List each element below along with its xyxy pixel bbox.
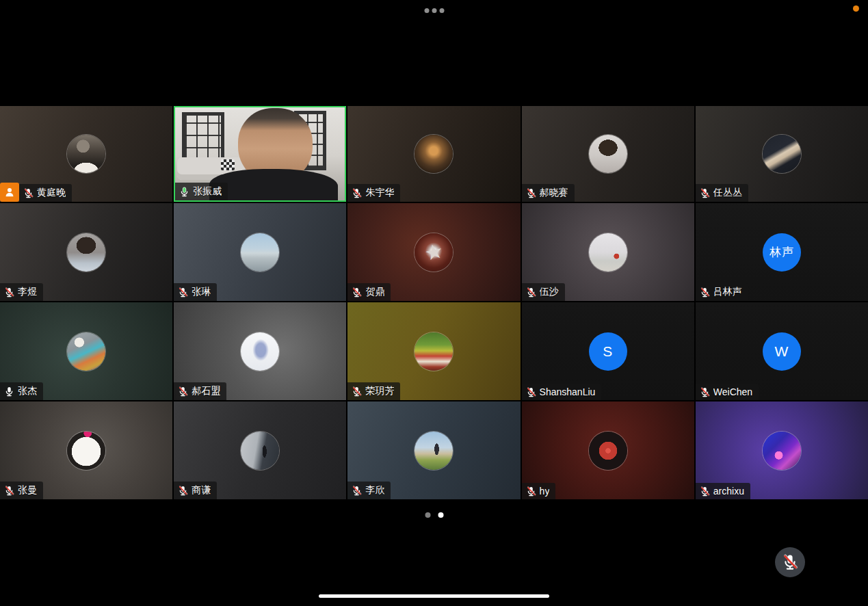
mic-muted-icon [178, 287, 188, 298]
avatar: S [589, 332, 627, 371]
participant-name: 贺鼎 [365, 286, 384, 298]
participant-tile[interactable]: 张曼 [0, 401, 172, 499]
mic-muted-icon [700, 287, 710, 298]
avatar [415, 332, 453, 371]
avatar [67, 332, 105, 371]
mic-muted-icon [782, 554, 798, 570]
avatar [415, 432, 453, 470]
participant-tile[interactable]: 李煜 [0, 203, 172, 301]
participant-name: 张杰 [18, 385, 37, 397]
participant-name: 荣玥芳 [365, 385, 394, 397]
avatar [67, 135, 105, 173]
avatar: W [763, 332, 801, 371]
participant-tile[interactable]: 黄庭晚 [0, 106, 172, 202]
mic-on-icon [179, 187, 189, 197]
avatar [241, 332, 279, 371]
name-label: WeiChen [696, 384, 759, 400]
name-label: archixu [696, 483, 750, 499]
participant-tile[interactable]: 郝石盟 [174, 302, 346, 400]
name-label: 伍沙 [522, 283, 565, 301]
more-options-icon[interactable] [420, 5, 448, 16]
name-label: 吕林声 [696, 283, 748, 301]
meeting-gallery-view: 黄庭晚 张振威 朱宇华 郝晓赛 任丛丛 [0, 0, 868, 606]
participant-tile[interactable]: 任丛丛 [696, 106, 868, 202]
participant-name: archixu [713, 486, 744, 497]
page-dot[interactable] [438, 512, 443, 518]
mic-muted-icon [352, 486, 362, 496]
name-label: 张曼 [0, 482, 43, 499]
name-label: 郝晓赛 [522, 184, 575, 202]
participant-tile[interactable]: 郝晓赛 [522, 106, 694, 202]
participant-tile[interactable]: 张杰 [0, 302, 172, 400]
participant-name: 商谦 [192, 484, 211, 497]
participant-name: WeiChen [713, 386, 752, 397]
mic-on-icon [4, 386, 14, 397]
participant-name: 张曼 [18, 484, 37, 497]
mic-muted-icon [178, 386, 188, 397]
mic-muted-icon [4, 486, 14, 496]
mic-muted-icon [526, 287, 536, 298]
avatar: 林声 [763, 233, 801, 272]
participant-tile[interactable]: 张琳 [174, 203, 346, 301]
participant-tile[interactable]: 商谦 [174, 401, 346, 499]
mic-muted-icon [700, 387, 710, 397]
participant-tile[interactable]: 荣玥芳 [347, 302, 520, 400]
mic-muted-icon [700, 188, 710, 198]
participant-tile[interactable]: hy [522, 401, 694, 499]
participant-tile[interactable]: 林声 吕林声 [696, 203, 868, 301]
participant-tile[interactable]: 李欣 [347, 401, 520, 499]
avatar [763, 432, 801, 470]
name-label: 李欣 [347, 482, 391, 499]
participant-name: 张琳 [192, 286, 211, 298]
avatar [67, 432, 105, 470]
mic-muted-icon [178, 486, 188, 496]
home-indicator[interactable] [319, 594, 549, 598]
name-label: ShanshanLiu [522, 384, 602, 400]
participant-tile[interactable]: archixu [696, 401, 868, 499]
mic-muted-icon [526, 188, 536, 198]
participant-tile[interactable]: 伍沙 [522, 203, 694, 301]
participant-name: 郝晓赛 [540, 187, 568, 199]
avatar [241, 432, 279, 470]
mic-muted-icon [700, 486, 710, 497]
participant-tile[interactable]: ★ 贺鼎 [347, 203, 520, 301]
name-label: 黄庭晚 [19, 184, 72, 202]
participant-name: 任丛丛 [713, 187, 742, 199]
participant-name: 张振威 [193, 185, 222, 198]
person-icon [3, 186, 16, 198]
name-label: 商谦 [174, 482, 217, 499]
participant-grid: 黄庭晚 张振威 朱宇华 郝晓赛 任丛丛 [0, 106, 868, 499]
name-label: 荣玥芳 [347, 382, 400, 400]
participant-name: 郝石盟 [192, 385, 220, 397]
mute-button[interactable] [775, 547, 805, 577]
avatar: ★ [415, 233, 453, 272]
name-label: 任丛丛 [696, 184, 748, 202]
more-dot [432, 8, 436, 13]
participant-name: 李煜 [18, 286, 37, 298]
recording-status-dot [853, 5, 859, 12]
more-dot [439, 8, 444, 13]
name-label: 贺鼎 [347, 283, 391, 301]
spotlight-badge [0, 183, 19, 202]
avatar [763, 135, 801, 173]
name-label: 张振威 [175, 183, 228, 200]
name-label: 李煜 [0, 283, 43, 301]
page-indicator [425, 512, 443, 518]
name-label: 张杰 [0, 382, 43, 400]
avatar [589, 135, 627, 173]
name-label: hy [522, 483, 556, 499]
page-dot[interactable] [425, 512, 430, 518]
participant-tile[interactable]: 朱宇华 [347, 106, 520, 202]
name-label: 郝石盟 [174, 382, 226, 400]
participant-tile[interactable]: S ShanshanLiu [522, 302, 694, 400]
more-dot [424, 8, 429, 13]
participant-name: 吕林声 [713, 286, 742, 298]
name-label: 张琳 [174, 283, 217, 301]
avatar [589, 432, 627, 470]
participant-tile[interactable]: 张振威 [174, 106, 346, 202]
participant-name: 伍沙 [540, 286, 559, 298]
participant-tile[interactable]: W WeiChen [696, 302, 868, 400]
video-scene-part [209, 169, 339, 202]
participant-name: hy [540, 486, 550, 497]
avatar [589, 233, 627, 272]
